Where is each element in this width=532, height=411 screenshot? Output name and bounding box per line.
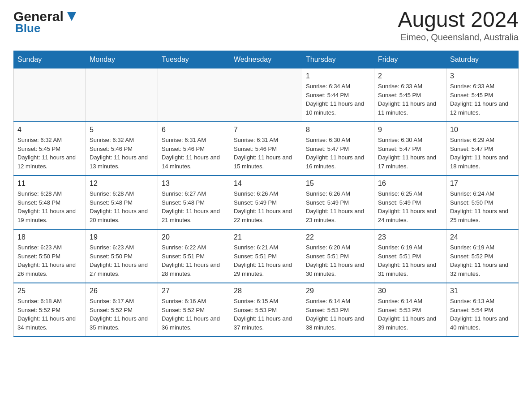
day-info: Sunrise: 6:25 AM Sunset: 5:49 PM Dayligh… <box>378 189 442 224</box>
day-number: 12 <box>90 180 154 188</box>
day-info: Sunrise: 6:30 AM Sunset: 5:47 PM Dayligh… <box>378 136 442 171</box>
day-info: Sunrise: 6:34 AM Sunset: 5:44 PM Dayligh… <box>306 82 370 117</box>
calendar-cell <box>158 68 230 122</box>
calendar-cell: 26Sunrise: 6:17 AM Sunset: 5:52 PM Dayli… <box>86 283 158 337</box>
day-number: 24 <box>450 233 515 241</box>
day-info: Sunrise: 6:27 AM Sunset: 5:48 PM Dayligh… <box>162 189 226 224</box>
calendar-cell: 23Sunrise: 6:19 AM Sunset: 5:51 PM Dayli… <box>374 229 446 283</box>
calendar-cell: 8Sunrise: 6:30 AM Sunset: 5:47 PM Daylig… <box>302 122 374 176</box>
day-info: Sunrise: 6:29 AM Sunset: 5:47 PM Dayligh… <box>450 136 515 171</box>
logo-triangle-icon <box>64 9 79 23</box>
day-number: 27 <box>162 287 226 295</box>
day-number: 14 <box>234 180 298 188</box>
calendar-cell: 18Sunrise: 6:23 AM Sunset: 5:50 PM Dayli… <box>14 229 86 283</box>
calendar-cell: 1Sunrise: 6:34 AM Sunset: 5:44 PM Daylig… <box>302 68 374 122</box>
calendar-cell: 4Sunrise: 6:32 AM Sunset: 5:45 PM Daylig… <box>14 122 86 176</box>
calendar-cell: 19Sunrise: 6:23 AM Sunset: 5:50 PM Dayli… <box>86 229 158 283</box>
calendar-cell: 22Sunrise: 6:20 AM Sunset: 5:51 PM Dayli… <box>302 229 374 283</box>
calendar-cell <box>86 68 158 122</box>
calendar-cell: 28Sunrise: 6:15 AM Sunset: 5:53 PM Dayli… <box>230 283 302 337</box>
calendar-cell: 6Sunrise: 6:31 AM Sunset: 5:46 PM Daylig… <box>158 122 230 176</box>
calendar-cell: 29Sunrise: 6:14 AM Sunset: 5:53 PM Dayli… <box>302 283 374 337</box>
day-number: 6 <box>162 126 226 134</box>
day-number: 11 <box>17 180 82 188</box>
day-info: Sunrise: 6:24 AM Sunset: 5:50 PM Dayligh… <box>450 189 515 224</box>
day-info: Sunrise: 6:32 AM Sunset: 5:46 PM Dayligh… <box>90 136 154 171</box>
day-number: 22 <box>306 233 370 241</box>
day-info: Sunrise: 6:32 AM Sunset: 5:45 PM Dayligh… <box>17 136 82 171</box>
day-info: Sunrise: 6:33 AM Sunset: 5:45 PM Dayligh… <box>450 82 515 117</box>
col-header-wednesday: Wednesday <box>230 51 302 68</box>
day-info: Sunrise: 6:26 AM Sunset: 5:49 PM Dayligh… <box>234 189 298 224</box>
calendar-week-row: 18Sunrise: 6:23 AM Sunset: 5:50 PM Dayli… <box>14 229 519 283</box>
day-info: Sunrise: 6:21 AM Sunset: 5:51 PM Dayligh… <box>234 243 298 278</box>
day-number: 13 <box>162 180 226 188</box>
day-info: Sunrise: 6:26 AM Sunset: 5:49 PM Dayligh… <box>306 189 370 224</box>
day-number: 31 <box>450 287 515 295</box>
day-info: Sunrise: 6:13 AM Sunset: 5:54 PM Dayligh… <box>450 297 515 332</box>
calendar-cell: 9Sunrise: 6:30 AM Sunset: 5:47 PM Daylig… <box>374 122 446 176</box>
calendar-cell: 31Sunrise: 6:13 AM Sunset: 5:54 PM Dayli… <box>446 283 519 337</box>
day-number: 26 <box>90 287 154 295</box>
calendar-cell: 11Sunrise: 6:28 AM Sunset: 5:48 PM Dayli… <box>14 176 86 229</box>
calendar-cell: 15Sunrise: 6:26 AM Sunset: 5:49 PM Dayli… <box>302 176 374 229</box>
day-info: Sunrise: 6:30 AM Sunset: 5:47 PM Dayligh… <box>306 136 370 171</box>
calendar-table: SundayMondayTuesdayWednesdayThursdayFrid… <box>13 51 519 337</box>
calendar-cell: 20Sunrise: 6:22 AM Sunset: 5:51 PM Dayli… <box>158 229 230 283</box>
calendar-cell: 30Sunrise: 6:14 AM Sunset: 5:53 PM Dayli… <box>374 283 446 337</box>
calendar-cell: 14Sunrise: 6:26 AM Sunset: 5:49 PM Dayli… <box>230 176 302 229</box>
calendar-cell: 2Sunrise: 6:33 AM Sunset: 5:45 PM Daylig… <box>374 68 446 122</box>
day-number: 15 <box>306 180 370 188</box>
day-number: 8 <box>306 126 370 134</box>
day-info: Sunrise: 6:31 AM Sunset: 5:46 PM Dayligh… <box>162 136 226 171</box>
day-number: 1 <box>306 72 370 80</box>
col-header-monday: Monday <box>86 51 158 68</box>
logo-blue-text: Blue <box>13 21 40 35</box>
day-number: 2 <box>378 72 442 80</box>
day-number: 16 <box>378 180 442 188</box>
calendar-cell: 27Sunrise: 6:16 AM Sunset: 5:52 PM Dayli… <box>158 283 230 337</box>
col-header-tuesday: Tuesday <box>158 51 230 68</box>
svg-marker-0 <box>67 12 76 21</box>
day-number: 20 <box>162 233 226 241</box>
day-number: 29 <box>306 287 370 295</box>
day-info: Sunrise: 6:15 AM Sunset: 5:53 PM Dayligh… <box>234 297 298 332</box>
day-info: Sunrise: 6:19 AM Sunset: 5:51 PM Dayligh… <box>378 243 442 278</box>
month-title: August 2024 <box>398 9 519 30</box>
calendar-week-row: 1Sunrise: 6:34 AM Sunset: 5:44 PM Daylig… <box>14 68 519 122</box>
day-number: 30 <box>378 287 442 295</box>
day-info: Sunrise: 6:23 AM Sunset: 5:50 PM Dayligh… <box>90 243 154 278</box>
col-header-saturday: Saturday <box>446 51 519 68</box>
day-info: Sunrise: 6:18 AM Sunset: 5:52 PM Dayligh… <box>17 297 82 332</box>
logo: General Blue <box>13 9 79 35</box>
calendar-cell: 24Sunrise: 6:19 AM Sunset: 5:52 PM Dayli… <box>446 229 519 283</box>
day-number: 18 <box>17 233 82 241</box>
calendar-header-row: SundayMondayTuesdayWednesdayThursdayFrid… <box>14 51 519 68</box>
calendar-week-row: 25Sunrise: 6:18 AM Sunset: 5:52 PM Dayli… <box>14 283 519 337</box>
day-info: Sunrise: 6:22 AM Sunset: 5:51 PM Dayligh… <box>162 243 226 278</box>
day-info: Sunrise: 6:14 AM Sunset: 5:53 PM Dayligh… <box>306 297 370 332</box>
col-header-sunday: Sunday <box>14 51 86 68</box>
calendar-cell <box>230 68 302 122</box>
calendar-cell: 25Sunrise: 6:18 AM Sunset: 5:52 PM Dayli… <box>14 283 86 337</box>
day-number: 23 <box>378 233 442 241</box>
day-info: Sunrise: 6:31 AM Sunset: 5:46 PM Dayligh… <box>234 136 298 171</box>
day-info: Sunrise: 6:19 AM Sunset: 5:52 PM Dayligh… <box>450 243 515 278</box>
calendar-week-row: 4Sunrise: 6:32 AM Sunset: 5:45 PM Daylig… <box>14 122 519 176</box>
day-info: Sunrise: 6:20 AM Sunset: 5:51 PM Dayligh… <box>306 243 370 278</box>
calendar-cell <box>14 68 86 122</box>
day-number: 25 <box>17 287 82 295</box>
calendar-cell: 3Sunrise: 6:33 AM Sunset: 5:45 PM Daylig… <box>446 68 519 122</box>
day-number: 5 <box>90 126 154 134</box>
calendar-cell: 13Sunrise: 6:27 AM Sunset: 5:48 PM Dayli… <box>158 176 230 229</box>
day-number: 3 <box>450 72 515 80</box>
day-info: Sunrise: 6:33 AM Sunset: 5:45 PM Dayligh… <box>378 82 442 117</box>
col-header-thursday: Thursday <box>302 51 374 68</box>
day-number: 19 <box>90 233 154 241</box>
col-header-friday: Friday <box>374 51 446 68</box>
day-number: 7 <box>234 126 298 134</box>
calendar-cell: 5Sunrise: 6:32 AM Sunset: 5:46 PM Daylig… <box>86 122 158 176</box>
day-number: 9 <box>378 126 442 134</box>
day-number: 28 <box>234 287 298 295</box>
calendar-cell: 17Sunrise: 6:24 AM Sunset: 5:50 PM Dayli… <box>446 176 519 229</box>
